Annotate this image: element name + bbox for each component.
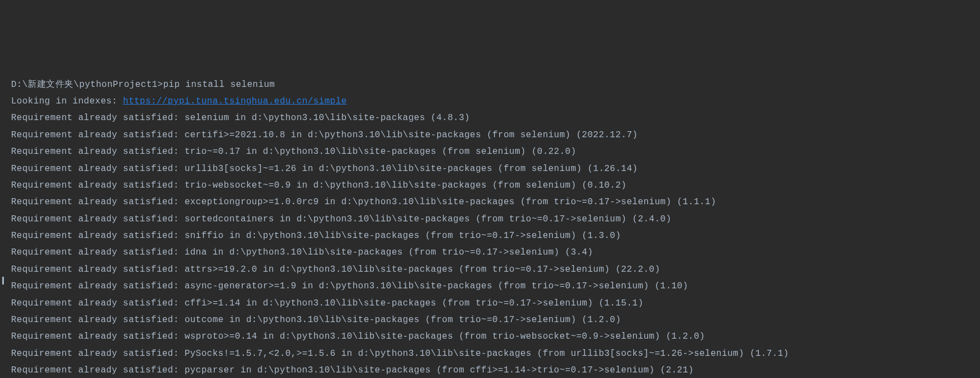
terminal-output: D:\新建文件夹\pythonProject1>pip install sele…	[11, 76, 969, 378]
output-line: Requirement already satisfied: attrs>=19…	[11, 261, 969, 278]
output-line: Requirement already satisfied: selenium …	[11, 110, 969, 126]
output-line: Requirement already satisfied: async-gen…	[11, 278, 969, 294]
output-line: Requirement already satisfied: PySocks!=…	[11, 345, 969, 362]
prompt-command[interactable]: pip install selenium	[163, 80, 275, 90]
output-line: Requirement already satisfied: sniffio i…	[11, 227, 969, 244]
output-line: Requirement already satisfied: cffi>=1.1…	[11, 295, 969, 312]
indexes-line: Looking in indexes: https://pypi.tuna.ts…	[11, 93, 969, 110]
output-line: Requirement already satisfied: pycparser…	[11, 362, 969, 378]
indexes-link[interactable]: https://pypi.tuna.tsinghua.edu.cn/simple	[123, 96, 347, 106]
gutter-mark	[2, 277, 4, 284]
output-line: Requirement already satisfied: trio~=0.1…	[11, 143, 969, 160]
output-line: Requirement already satisfied: trio-webs…	[11, 177, 969, 194]
output-line: Requirement already satisfied: idna in d…	[11, 244, 969, 261]
prompt-path: D:\新建文件夹\pythonProject1>	[11, 80, 163, 90]
output-line: Requirement already satisfied: outcome i…	[11, 312, 969, 328]
prompt-line: D:\新建文件夹\pythonProject1>pip install sele…	[11, 76, 969, 93]
indexes-prefix: Looking in indexes:	[11, 96, 123, 106]
output-line: Requirement already satisfied: sortedcon…	[11, 211, 969, 227]
output-line: Requirement already satisfied: exception…	[11, 194, 969, 210]
output-line: Requirement already satisfied: urllib3[s…	[11, 160, 969, 177]
output-line: Requirement already satisfied: wsproto>=…	[11, 328, 969, 345]
output-line: Requirement already satisfied: certifi>=…	[11, 127, 969, 143]
